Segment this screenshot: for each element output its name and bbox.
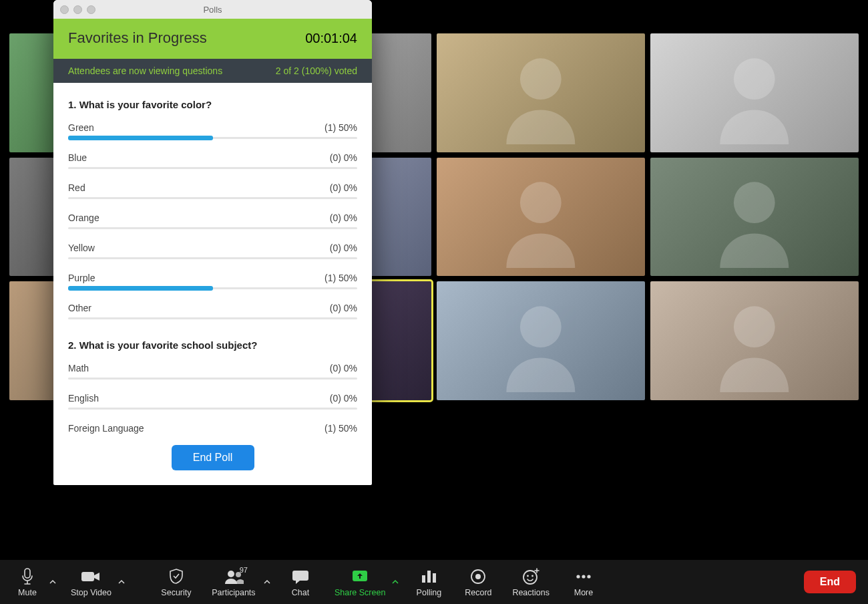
share-screen-icon [351,567,369,586]
polls-titlebar[interactable]: Polls [53,0,372,19]
poll-option-bar [68,378,357,380]
poll-option-label: Other [68,303,91,313]
security-button[interactable]: Security [161,567,192,597]
polls-timer: 00:01:04 [305,31,357,46]
poll-option-label: English [68,393,99,404]
mute-button[interactable]: Mute [12,567,43,597]
svg-rect-13 [81,572,94,581]
poll-option-count: (0) 0% [330,152,357,163]
window-traffic-lights[interactable] [60,5,95,14]
poll-option-bar [68,287,357,289]
svg-point-11 [734,306,775,347]
share-screen-label: Share Screen [335,588,385,597]
record-button[interactable]: Record [463,567,493,597]
participants-button[interactable]: 97 Participants [210,567,257,597]
poll-option: Red(0) 0% [68,182,357,199]
svg-point-10 [520,306,562,347]
polls-status-left: Attendees are now viewing questions [68,65,222,76]
polling-button[interactable]: Polling [413,567,444,597]
polls-body[interactable]: 1. What is your favorite color?Green(1) … [53,83,372,436]
poll-option-label: Green [68,122,94,133]
video-caret[interactable] [118,576,125,597]
poll-question: 1. What is your favorite color?Green(1) … [68,99,357,319]
participants-label: Participants [212,588,255,597]
video-tile[interactable] [437,281,645,400]
poll-option-count: (1) 50% [324,423,357,434]
svg-point-27 [576,575,580,578]
polls-window: Polls Favorites in Progress 00:01:04 Att… [53,0,372,485]
svg-point-7 [734,182,775,224]
poll-option-bar [68,197,357,199]
polls-window-title: Polls [53,5,372,15]
poll-option: Yellow(0) 0% [68,243,357,259]
poll-option-bar [68,227,357,229]
poll-option-label: Orange [68,212,99,223]
poll-question-title: 2. What is your favorite school subject? [68,339,357,351]
poll-option-label: Math [68,363,89,373]
participants-count: 97 [240,566,248,574]
microphone-icon [21,567,34,586]
poll-option-count: (0) 0% [330,212,357,223]
chat-label: Chat [292,588,309,597]
polls-footer: End Poll [53,436,372,485]
poll-option-count: (1) 50% [324,273,357,283]
poll-option-count: (0) 0% [330,182,357,193]
participant-placeholder-icon [437,33,645,152]
record-icon [470,567,486,586]
stop-video-button[interactable]: Stop Video [71,567,112,597]
chat-button[interactable]: Chat [285,567,316,597]
mute-caret[interactable] [49,576,56,597]
stop-video-label: Stop Video [71,588,112,597]
polls-header-title: Favorites in Progress [68,29,207,47]
share-screen-button[interactable]: Share Screen [335,567,385,597]
participant-placeholder-icon [650,33,859,152]
poll-option-count: (0) 0% [330,303,357,313]
poll-option-bar [68,317,357,319]
end-meeting-button[interactable]: End [804,571,856,593]
video-tile[interactable] [437,33,645,152]
poll-option-label: Foreign Language [68,423,144,434]
poll-option-count: (1) 50% [324,122,357,133]
video-tile[interactable] [650,281,859,400]
poll-option-bar [68,167,357,169]
zoom-dot-icon[interactable] [87,5,95,14]
reactions-button[interactable]: Reactions [512,567,550,597]
participant-placeholder-icon [650,158,859,277]
participant-placeholder-icon [437,158,645,277]
poll-option: Foreign Language(1) 50% [68,423,357,436]
svg-point-28 [582,575,585,578]
poll-option-count: (0) 0% [330,393,357,404]
poll-option-label: Blue [68,152,87,163]
svg-point-21 [475,574,481,579]
poll-option-bar [68,137,357,139]
poll-option-bar [68,408,357,410]
more-label: More [574,588,593,597]
svg-point-23 [527,575,529,577]
participant-placeholder-icon [437,281,645,400]
poll-question-title: 1. What is your favorite color? [68,99,357,110]
svg-point-14 [228,571,234,577]
poll-option-label: Red [68,182,85,193]
poll-option-bar-fill [68,286,213,291]
more-button[interactable]: More [568,567,599,597]
poll-option-bar [68,257,357,259]
polls-status-right: 2 of 2 (100%) voted [276,65,357,76]
video-tile[interactable] [437,158,645,277]
participant-placeholder-icon [650,281,859,400]
participants-caret[interactable] [264,576,270,597]
end-poll-button[interactable]: End Poll [172,445,254,470]
minimize-dot-icon[interactable] [73,5,82,14]
svg-point-2 [520,58,562,100]
video-tile[interactable] [650,33,859,152]
polling-icon [421,567,437,586]
poll-option-label: Purple [68,273,95,283]
more-icon [575,567,592,586]
share-screen-caret[interactable] [392,576,399,597]
close-dot-icon[interactable] [60,5,69,14]
chat-icon [292,567,309,586]
poll-option: Math(0) 0% [68,363,357,380]
reactions-icon [522,567,539,586]
video-tile[interactable] [650,158,859,277]
poll-question: 2. What is your favorite school subject?… [68,339,357,436]
svg-point-24 [531,575,533,577]
